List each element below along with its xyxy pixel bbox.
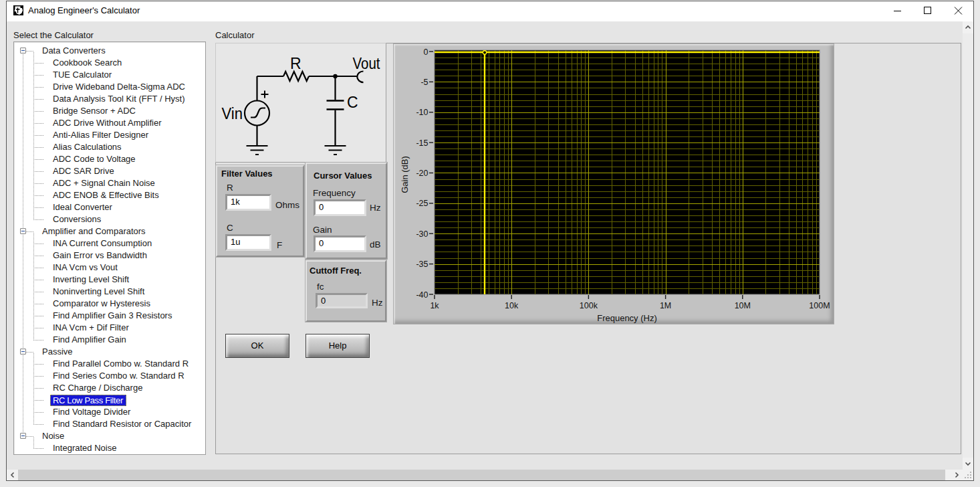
svg-text:Gain (dB): Gain (dB)	[400, 156, 410, 193]
svg-text:-25: -25	[416, 199, 428, 208]
svg-text:Vin: Vin	[222, 105, 243, 122]
svg-text:C: C	[347, 94, 358, 111]
svg-text:R: R	[290, 55, 301, 72]
svg-text:-15: -15	[416, 138, 428, 148]
svg-text:-10: -10	[416, 108, 428, 117]
svg-text:-35: -35	[416, 260, 428, 269]
svg-text:100k: 100k	[580, 301, 598, 310]
svg-text:-30: -30	[416, 229, 428, 239]
svg-text:0: 0	[424, 47, 428, 57]
svg-text:1M: 1M	[660, 301, 671, 310]
svg-text:1k: 1k	[430, 301, 439, 310]
svg-text:Frequency (Hz): Frequency (Hz)	[597, 313, 657, 323]
svg-text:-5: -5	[420, 78, 428, 87]
svg-text:-40: -40	[416, 290, 428, 300]
svg-text:100M: 100M	[809, 301, 830, 310]
svg-text:Vout: Vout	[353, 55, 381, 72]
svg-text:-20: -20	[416, 169, 428, 178]
svg-text:10M: 10M	[735, 301, 751, 310]
svg-text:10k: 10k	[505, 301, 519, 310]
